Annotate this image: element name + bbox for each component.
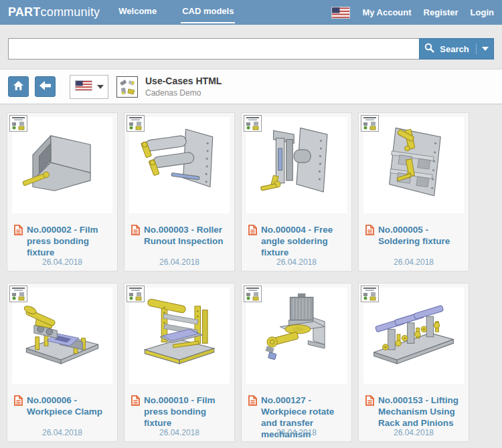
catalog-parts-icon [118,78,137,96]
model-link[interactable]: No.000153 - Lifting Mechanism Using Rack… [365,395,465,429]
language-caret-icon [97,85,104,89]
catalog-toolbar: Use-Cases HTML Cadenas Demo [0,70,502,104]
card-date: 26.04.2018 [7,257,117,267]
card-title-text: No.000153 - Lifting Mechanism Using Rack… [378,395,465,429]
logo-bold: PART [8,5,40,19]
search-icon [424,43,434,55]
card-title-text: No.000010 - Film press bonding fixture [144,395,231,429]
model-card: No.000153 - Lifting Mechanism Using Rack… [358,283,469,442]
nav-welcome[interactable]: Welcome [117,0,158,23]
logo-rest: community [40,5,100,19]
language-select[interactable] [70,75,108,99]
card-date: 26.04.2018 [242,428,351,437]
home-icon [13,80,24,94]
search-options-caret-icon[interactable] [482,47,489,51]
back-button[interactable] [35,76,56,97]
search-button-label: Search [440,44,469,54]
model-card: No.000010 - Film press bonding fixture 2… [124,283,235,442]
card-title-text: No.000004 - Free angle soldering fixture [261,224,348,258]
document-icon [248,225,257,258]
card-art [369,119,458,211]
search-input[interactable] [8,38,419,60]
model-card: No.000004 - Free angle soldering fixture… [241,112,352,271]
card-art [17,119,107,211]
card-art [17,290,107,382]
arrow-left-icon [39,81,52,93]
catalog-thumbnail[interactable] [116,76,138,98]
search-button[interactable]: Search [419,38,494,60]
nav-cad-models[interactable]: CAD models [181,0,235,23]
document-icon [131,395,140,429]
catalog-title-block: Use-Cases HTML Cadenas Demo [145,76,222,98]
header-right: My Account Register Login [331,7,494,19]
button-divider [476,43,477,54]
model-card: No.000002 - Film press bonding fixture 2… [7,112,118,271]
my-account-link[interactable]: My Account [362,7,411,17]
catalog-badge-icon [127,286,145,302]
cards-grid: No.000002 - Film press bonding fixture 2… [0,104,502,442]
catalog-badge-icon [244,286,262,302]
model-link[interactable]: No.000010 - Film press bonding fixture [131,395,231,429]
home-button[interactable] [8,76,29,97]
card-title-text: No.000006 - Workpiece Clamp [27,395,114,417]
model-link[interactable]: No.000002 - Film press bonding fixture [14,224,114,258]
register-link[interactable]: Register [424,7,458,17]
card-date: 26.04.2018 [7,428,117,437]
card-date: 26.04.2018 [242,257,351,267]
card-art [369,290,458,382]
document-icon [131,225,140,247]
document-icon [365,395,374,429]
catalog-title: Use-Cases HTML [145,76,222,86]
card-title-text: No.000005 - Soldering fixture [378,224,465,247]
catalog-badge-icon [9,286,27,302]
card-title-text: No.000003 - Roller Runout Inspection [144,224,231,247]
model-card: No.000005 - Soldering fixture 26.04.2018 [358,112,469,271]
model-link[interactable]: No.000003 - Roller Runout Inspection [131,224,231,247]
us-flag-icon [75,80,92,94]
card-date: 26.04.2018 [124,428,234,437]
login-link[interactable]: Login [471,7,494,17]
catalog-subtitle: Cadenas Demo [145,88,222,98]
search-band: Search [0,25,502,70]
card-date: 26.04.2018 [359,257,469,267]
catalog-badge-icon [361,115,379,132]
card-art [135,290,224,382]
card-art [135,119,224,211]
card-title-text: No.000002 - Film press bonding fixture [27,224,114,258]
partcommunity-logo[interactable]: PARTcommunity [8,0,100,25]
model-card: No.000003 - Roller Runout Inspection 26.… [124,112,235,271]
model-link[interactable]: No.000006 - Workpiece Clamp [14,395,114,417]
catalog-badge-icon [9,115,27,132]
document-icon [14,225,23,258]
model-card: No.000006 - Workpiece Clamp 26.04.2018 [7,283,118,442]
model-link[interactable]: No.000005 - Soldering fixture [365,224,465,247]
card-art [252,119,341,211]
model-card: No.000127 - Workpiece rotate and transfe… [241,283,352,442]
card-date: 26.04.2018 [359,428,469,437]
language-flag-icon[interactable] [331,7,350,19]
top-header: PARTcommunity Welcome CAD models My Acco… [0,0,502,25]
card-date: 26.04.2018 [124,257,234,267]
main-nav: Welcome CAD models [117,0,235,25]
catalog-badge-icon [244,115,262,132]
catalog-badge-icon [361,286,379,302]
document-icon [365,225,374,247]
document-icon [14,395,23,417]
catalog-badge-icon [127,115,145,132]
model-link[interactable]: No.000004 - Free angle soldering fixture [248,224,348,258]
card-art [252,290,341,382]
